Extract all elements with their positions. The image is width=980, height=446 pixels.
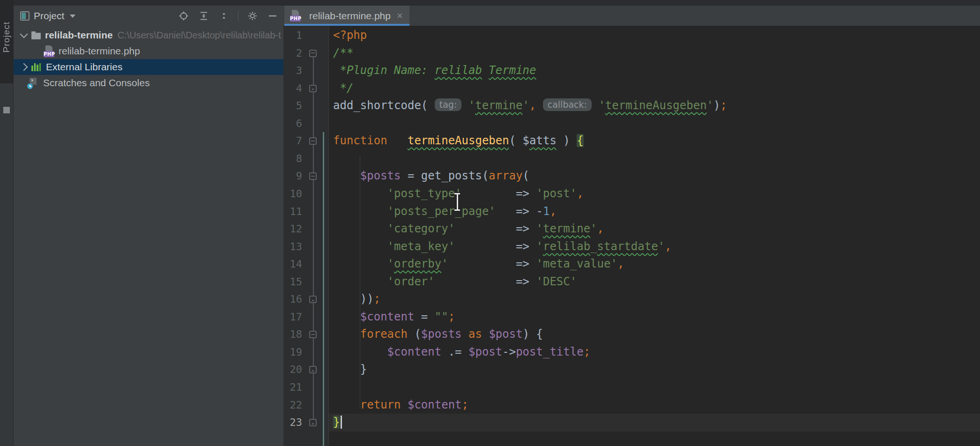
fold-start-icon[interactable]: [309, 137, 317, 145]
line-number[interactable]: 11: [283, 203, 302, 221]
tree-item-label: Scratches and Consoles: [43, 77, 150, 89]
code-text: 'category' => 'termine',: [333, 220, 604, 238]
code-text: }: [333, 414, 342, 431]
line-number[interactable]: 14: [283, 255, 302, 273]
code-line-17[interactable]: 17 $content = "";: [283, 308, 980, 326]
line-number[interactable]: 17: [283, 308, 302, 326]
tree-item-scratches-and-consoles[interactable]: Scratches and Consoles: [14, 75, 283, 91]
project-stripe-button[interactable]: Project: [1, 22, 12, 52]
tree-item-label: External Libraries: [46, 61, 122, 73]
tool-window-icon[interactable]: [3, 107, 10, 113]
chevron-down-icon[interactable]: [70, 15, 75, 18]
line-number[interactable]: 15: [283, 273, 302, 291]
code-text: /**: [333, 45, 353, 62]
line-number[interactable]: 23: [283, 414, 302, 431]
editor-area: PHP relilab-termine.php × 1<?php2/**3 *P…: [283, 0, 980, 446]
fold-end-icon[interactable]: [309, 296, 317, 303]
project-panel-header: Project: [14, 6, 283, 26]
code-text: }: [333, 361, 367, 379]
line-number[interactable]: 22: [283, 396, 302, 414]
toolbar-separator: [238, 11, 238, 21]
tree-item-label: relilab-termine: [45, 30, 113, 41]
code-text: $content = "";: [333, 308, 455, 326]
tree-item-project-root[interactable]: relilab-termineC:\Users\Daniel\Desktop\r…: [14, 27, 283, 43]
line-number[interactable]: 6: [283, 115, 302, 133]
code-line-21[interactable]: 21: [283, 379, 980, 396]
fold-end-icon[interactable]: [309, 85, 317, 92]
line-number[interactable]: 1: [283, 27, 302, 45]
line-number[interactable]: 9: [283, 167, 302, 185]
fold-end-icon[interactable]: [309, 419, 317, 426]
tree-item-label: relilab-termine.php: [59, 45, 140, 57]
fold-start-icon[interactable]: [309, 172, 317, 180]
line-number[interactable]: 16: [283, 290, 302, 308]
line-number[interactable]: 2: [283, 45, 302, 62]
mouse-text-cursor: [453, 193, 461, 211]
php-file-icon: PHP: [44, 45, 54, 57]
fold-start-icon[interactable]: [309, 50, 317, 57]
code-line-15[interactable]: 15 'order' => 'DESC': [283, 273, 980, 291]
collapse-all-icon[interactable]: [218, 10, 230, 22]
tool-window-stripe: Project: [0, 0, 14, 446]
code-line-23[interactable]: 23}: [283, 414, 980, 431]
line-number[interactable]: 4: [283, 80, 302, 97]
code-text: 'orderby' => 'meta_value',: [333, 255, 624, 273]
project-view-icon: [20, 11, 30, 21]
tree-item-external-libraries[interactable]: External Libraries: [14, 59, 283, 75]
line-number[interactable]: 8: [283, 150, 302, 168]
fold-start-icon[interactable]: [309, 331, 317, 338]
php-file-icon: PHP: [290, 10, 301, 22]
settings-gear-icon[interactable]: [246, 10, 259, 22]
project-panel-title[interactable]: Project: [34, 10, 64, 22]
code-text: <?php: [333, 27, 367, 45]
line-number[interactable]: 3: [283, 62, 302, 80]
editor-caret: [341, 416, 342, 429]
code-text: return $content;: [333, 396, 468, 414]
expand-all-icon[interactable]: [198, 10, 210, 22]
code-line-9[interactable]: 9 $posts = get_posts(array(: [283, 167, 980, 185]
line-number[interactable]: 19: [283, 343, 302, 361]
line-number[interactable]: 5: [283, 97, 302, 115]
code-line-20[interactable]: 20 }: [283, 361, 980, 379]
editor-tab-bar: PHP relilab-termine.php ×: [283, 6, 980, 26]
line-number[interactable]: 20: [283, 361, 302, 379]
phpstorm-window: Project Project relilab-t: [0, 0, 980, 446]
code-line-22[interactable]: 22 return $content;: [283, 396, 980, 414]
code-text: 'meta_key' => 'relilab_startdate',: [333, 238, 672, 256]
code-text: 'order' => 'DESC': [333, 273, 577, 291]
code-line-12[interactable]: 12 'category' => 'termine',: [283, 220, 980, 238]
line-number[interactable]: 12: [283, 220, 302, 238]
line-number[interactable]: 21: [283, 379, 302, 396]
chevron-expanded-icon[interactable]: [20, 30, 28, 38]
code-line-6[interactable]: 6: [283, 115, 980, 133]
code-line-8[interactable]: 8: [283, 150, 980, 168]
tree-item-file-relilab-termine-php[interactable]: PHPrelilab-termine.php: [14, 43, 283, 59]
code-line-4[interactable]: 4 */: [283, 80, 980, 97]
code-line-16[interactable]: 16 ));: [283, 290, 980, 308]
code-editor[interactable]: 1<?php2/**3 *Plugin Name: relilab Termin…: [283, 26, 980, 446]
code-line-13[interactable]: 13 'meta_key' => 'relilab_startdate',: [283, 238, 980, 256]
code-line-5[interactable]: 5add_shortcode( tag: 'termine', callback…: [283, 97, 980, 115]
locate-icon[interactable]: [178, 10, 190, 22]
code-line-2[interactable]: 2/**: [283, 45, 980, 62]
code-line-10[interactable]: 10 'post_type' => 'post',: [283, 185, 980, 203]
line-number[interactable]: 13: [283, 238, 302, 256]
parameter-hint: tag:: [435, 98, 462, 111]
code-line-14[interactable]: 14 'orderby' => 'meta_value',: [283, 255, 980, 273]
code-line-3[interactable]: 3 *Plugin Name: relilab Termine: [283, 62, 980, 80]
line-number[interactable]: 18: [283, 326, 302, 343]
code-line-11[interactable]: 11 'posts_per_page' => -1,: [283, 203, 980, 221]
tab-relilab-termine-php[interactable]: PHP relilab-termine.php ×: [284, 6, 409, 26]
code-line-18[interactable]: 18 foreach ($posts as $post) {: [283, 326, 980, 343]
code-line-1[interactable]: 1<?php: [283, 27, 980, 45]
line-number[interactable]: 7: [283, 132, 302, 150]
chevron-collapsed-icon[interactable]: [20, 63, 28, 71]
hide-panel-icon[interactable]: [267, 10, 279, 22]
project-path: C:\Users\Daniel\Desktop\relilab\relilab-…: [118, 30, 281, 41]
line-number[interactable]: 10: [283, 185, 302, 203]
code-line-19[interactable]: 19 $content .= $post->post_title;: [283, 343, 980, 361]
tab-close-icon[interactable]: ×: [397, 10, 403, 22]
code-text: foreach ($posts as $post) {: [333, 326, 543, 343]
fold-end-icon[interactable]: [309, 366, 317, 373]
code-line-7[interactable]: 7function termineAusgeben( $atts ) {: [283, 132, 980, 150]
